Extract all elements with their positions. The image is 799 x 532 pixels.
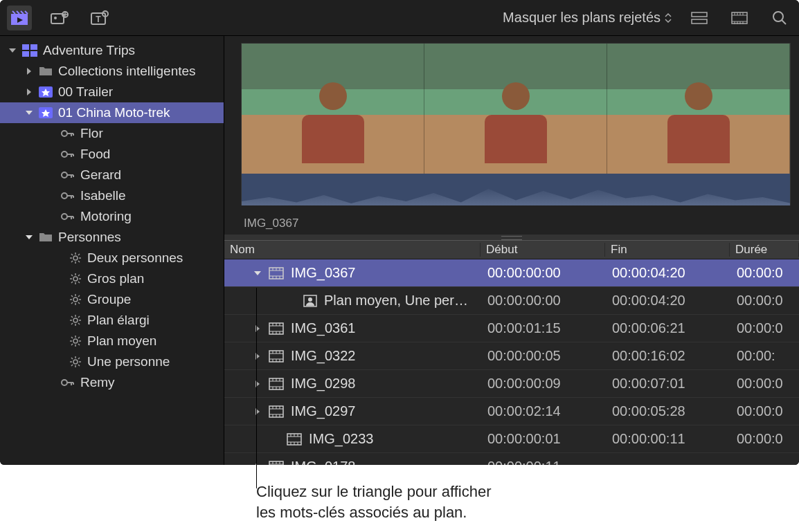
start-timecode: 00:00:00:05 <box>481 348 605 364</box>
key-icon <box>61 212 75 221</box>
key-icon <box>61 170 75 180</box>
disclosure-icon[interactable] <box>253 407 262 416</box>
clip-name: IMG_0178 <box>291 459 355 465</box>
library-tab-icon[interactable] <box>7 6 32 30</box>
col-start[interactable]: Début <box>481 243 605 257</box>
end-timecode: 00:00:04:20 <box>605 265 730 281</box>
sidebar-item[interactable]: Deux personnes <box>0 248 224 268</box>
end-timecode: 00:00:05:28 <box>605 403 730 419</box>
search-icon[interactable] <box>767 6 792 30</box>
key-icon <box>61 378 75 387</box>
table-row[interactable]: IMG_029800:00:00:0900:00:07:0100:00:0 <box>224 370 799 398</box>
sidebar-item[interactable]: Collections intelligentes <box>0 61 224 82</box>
sidebar-item[interactable]: Remy <box>0 372 224 393</box>
sidebar-item[interactable]: 00 Trailer <box>0 82 224 102</box>
svg-point-25 <box>73 277 78 281</box>
start-timecode: 00:00:00:09 <box>481 376 605 392</box>
svg-rect-13 <box>22 51 29 57</box>
library-icon <box>22 44 37 57</box>
disclosure-icon[interactable] <box>253 463 262 466</box>
splitter-handle[interactable] <box>224 235 799 240</box>
clip-name: IMG_0297 <box>291 403 355 419</box>
disclosure-icon[interactable] <box>253 324 262 333</box>
col-duration[interactable]: Durée <box>730 243 799 257</box>
sidebar-item-label: Plan élargi <box>87 313 150 328</box>
table-row[interactable]: IMG_032200:00:00:0500:00:16:0200:00: <box>224 342 799 370</box>
clip-icon <box>287 433 302 446</box>
sidebar-item[interactable]: Food <box>0 144 224 165</box>
titles-tab-icon[interactable]: T <box>87 6 112 30</box>
sidebar-item[interactable]: Flor <box>0 123 224 144</box>
callout-line <box>256 288 257 488</box>
start-timecode: 00:00:00:00 <box>481 265 605 281</box>
clip-name: IMG_0361 <box>291 320 355 336</box>
start-timecode: 00:00:00:00 <box>481 293 605 309</box>
sidebar-item[interactable]: Gros plan <box>0 268 224 289</box>
svg-point-24 <box>73 256 78 260</box>
duration-timecode: 00:00:0 <box>730 265 799 281</box>
photos-music-tab-icon[interactable] <box>47 6 72 30</box>
start-timecode: 00:00:00:11 <box>481 459 605 465</box>
filmstrip[interactable] <box>224 36 799 212</box>
group-icon[interactable] <box>687 6 712 30</box>
sidebar-item[interactable]: Personnes <box>0 227 224 248</box>
filmstrip-view-icon[interactable] <box>727 6 752 30</box>
svg-point-2 <box>54 17 57 19</box>
start-timecode: 00:00:02:14 <box>481 403 605 419</box>
end-timecode: 00:00:06:21 <box>605 320 730 336</box>
star-icon <box>39 107 53 118</box>
svg-rect-9 <box>732 12 747 24</box>
table-row[interactable]: IMG_036100:00:01:1500:00:06:2100:00:0 <box>224 315 799 342</box>
clip-name: IMG_0322 <box>291 348 355 364</box>
clip-icon <box>269 405 284 418</box>
table-row[interactable]: IMG_023300:00:00:0100:00:00:1100:00:0 <box>224 425 799 453</box>
updown-icon <box>665 12 672 24</box>
svg-point-20 <box>62 152 67 157</box>
sidebar-item-label: 01 China Moto-trek <box>58 105 170 120</box>
start-timecode: 00:00:01:15 <box>481 320 605 336</box>
disclosure-icon[interactable] <box>253 269 262 277</box>
duration-timecode: 00:00:0 <box>730 320 799 336</box>
gear-icon <box>69 356 82 368</box>
sidebar: Adventure Trips Collections intelligente… <box>0 36 224 465</box>
duration-timecode: 00:00: <box>730 348 799 364</box>
browser: IMG_0367 Nom Début Fin Durée IMG_036700:… <box>224 36 799 465</box>
col-name[interactable]: Nom <box>224 243 481 257</box>
gear-icon <box>69 273 82 285</box>
disclosure-icon[interactable] <box>271 431 280 447</box>
svg-rect-11 <box>22 44 29 50</box>
app-window: T Masquer les plans rejetés Adventure Tr… <box>0 0 799 465</box>
table-row[interactable]: IMG_036700:00:00:0000:00:04:2000:00:0 <box>224 259 799 287</box>
filter-dropdown[interactable]: Masquer les plans rejetés <box>503 10 672 26</box>
sidebar-item[interactable]: Plan élargi <box>0 310 224 331</box>
disclosure-icon[interactable] <box>288 293 296 309</box>
sidebar-item[interactable]: Groupe <box>0 289 224 310</box>
start-timecode: 00:00:00:01 <box>481 431 605 447</box>
star-icon <box>39 86 53 98</box>
caption: Cliquez sur le triangle pour afficher le… <box>0 465 799 522</box>
disclosure-icon[interactable] <box>253 352 262 360</box>
clip-name: Plan moyen, Une per… <box>324 293 468 309</box>
folder-icon <box>39 66 53 77</box>
sidebar-library[interactable]: Adventure Trips <box>0 40 224 61</box>
sidebar-item[interactable]: Isabelle <box>0 185 224 206</box>
col-end[interactable]: Fin <box>605 243 730 257</box>
table-row[interactable]: IMG_017800:00:00:11 <box>224 453 799 465</box>
sidebar-item[interactable]: Une personne <box>0 351 224 372</box>
sidebar-item[interactable]: Motoring <box>0 206 224 227</box>
svg-point-22 <box>62 193 67 199</box>
sidebar-item[interactable]: 01 China Moto-trek <box>0 102 224 123</box>
clip-preview[interactable] <box>241 43 791 205</box>
disclosure-icon[interactable] <box>253 380 262 388</box>
sidebar-item-label: Food <box>80 147 110 162</box>
sidebar-item[interactable]: Plan moyen <box>0 331 224 351</box>
sidebar-item[interactable]: Gerard <box>0 165 224 185</box>
clip-name: IMG_0298 <box>291 376 355 392</box>
svg-point-28 <box>73 339 78 343</box>
sidebar-item-label: Gerard <box>80 167 121 183</box>
duration-timecode: 00:00:0 <box>730 376 799 392</box>
table-row[interactable]: Plan moyen, Une per…00:00:00:0000:00:04:… <box>224 287 799 315</box>
end-timecode: 00:00:04:20 <box>605 293 730 309</box>
table-row[interactable]: IMG_029700:00:02:1400:00:05:2800:00:0 <box>224 398 799 425</box>
sidebar-item-label: Deux personnes <box>87 250 183 266</box>
